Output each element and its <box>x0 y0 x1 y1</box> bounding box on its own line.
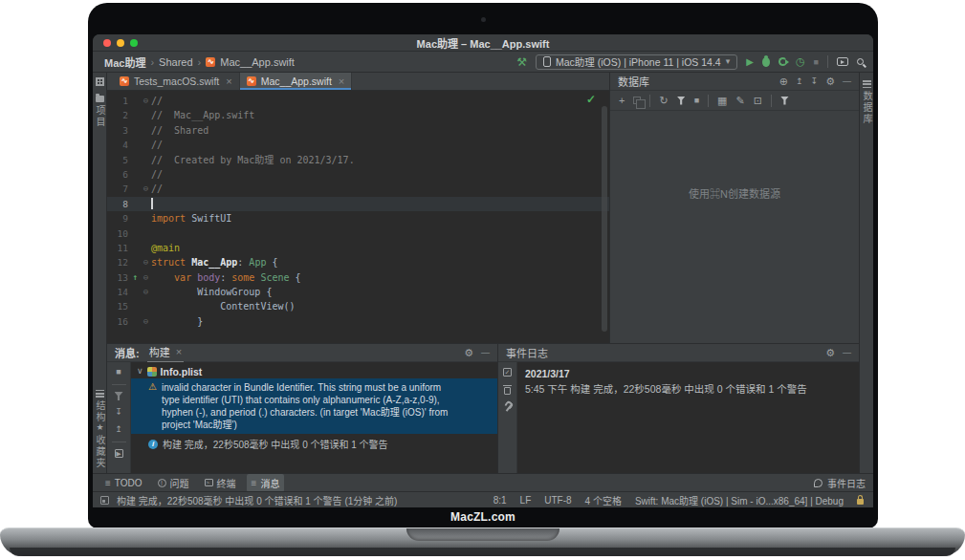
expand-all-icon[interactable]: ↧ <box>115 407 122 418</box>
code-line[interactable]: 10 <box>107 226 609 241</box>
sync-filter-icon[interactable] <box>677 97 686 105</box>
code-line[interactable]: 14⊖ WindowGroup { <box>107 285 609 299</box>
toolwindow-toggle-icon[interactable] <box>100 496 109 505</box>
collapse-all-icon[interactable]: ↥ <box>796 76 803 87</box>
sidebar-item-favorites[interactable]: ★ 收藏夹 <box>93 423 107 469</box>
search-icon[interactable] <box>857 58 864 65</box>
rerun-stop-icon[interactable]: ■ <box>116 367 121 377</box>
fold-marker-icon[interactable]: ⊖ <box>141 182 151 196</box>
gear-icon[interactable]: ⚙ <box>825 76 835 87</box>
gear-icon[interactable]: ⚙ <box>464 348 473 358</box>
close-window-button[interactable] <box>103 39 111 47</box>
close-icon[interactable]: × <box>176 346 182 357</box>
indent-setting[interactable]: 4 个空格 <box>585 493 622 507</box>
build-tab[interactable]: 构建 × <box>147 343 184 363</box>
breadcrumb-file[interactable]: Mac__App.swift <box>220 56 295 68</box>
hide-panel-icon[interactable]: — <box>481 348 490 358</box>
expand-all-icon[interactable]: ↧ <box>811 76 819 87</box>
tree-node-info-plist[interactable]: ∨ Info.plist <box>131 364 497 378</box>
fold-marker-icon[interactable] <box>141 226 151 241</box>
status-message[interactable]: 构建 完成，22秒508毫秒 中出现 0 个错误和 1 个警告 (1分钟 之前) <box>117 493 397 507</box>
sidebar-item-project[interactable]: 项目 <box>93 94 107 128</box>
edit-icon[interactable]: ✎ <box>736 96 745 106</box>
file-encoding[interactable]: UTF-8 <box>544 495 571 506</box>
toolwindow-terminal[interactable]: > 终端 <box>200 474 241 492</box>
device-window-icon[interactable] <box>837 57 848 66</box>
export-icon[interactable]: ▶ <box>115 449 123 458</box>
breadcrumb-group[interactable]: Shared <box>159 56 192 68</box>
fold-marker-icon[interactable]: ⊖ <box>141 255 151 269</box>
add-data-source-button[interactable]: + <box>619 96 625 106</box>
zoom-window-button[interactable] <box>130 39 138 47</box>
fold-marker-icon[interactable] <box>141 299 151 313</box>
debug-button[interactable] <box>762 57 770 67</box>
minimize-window-button[interactable] <box>117 39 124 47</box>
run-with-coverage-button[interactable] <box>779 57 787 66</box>
code-line[interactable]: 2// Mac__App.swift <box>107 108 609 122</box>
breadcrumb-project[interactable]: Mac助理 <box>104 54 145 70</box>
build-finished-row[interactable]: i 构建 完成，22秒508毫秒 中出现 0 个错误和 1 个警告 <box>131 434 497 451</box>
code-line[interactable]: 8 <box>107 197 609 211</box>
code-line[interactable]: 11@main <box>107 241 609 255</box>
code-line[interactable]: 15 ContentView() <box>107 299 609 313</box>
table-icon[interactable]: ▦ <box>717 96 727 106</box>
stop-button[interactable]: ■ <box>814 57 819 67</box>
warning-row-selected[interactable]: ⚠ invalid character in Bundle Identifier… <box>131 378 497 434</box>
sidebar-item-database[interactable]: 数据库 <box>860 80 873 125</box>
code-editor[interactable]: 1⊖//2// Mac__App.swift3// Shared4//5// C… <box>107 91 609 343</box>
profile-button[interactable]: ◷ <box>796 56 805 67</box>
inspection-ok-check-icon[interactable]: ✓ <box>586 93 596 106</box>
run-button[interactable]: ▶ <box>746 57 754 67</box>
code-line[interactable]: 13↑⊖ var body: some Scene { <box>107 270 609 285</box>
fold-marker-icon[interactable] <box>141 138 151 152</box>
web-icon[interactable]: ⊕ <box>779 76 788 87</box>
close-icon[interactable]: × <box>226 75 231 87</box>
line-separator[interactable]: LF <box>520 495 532 506</box>
duplicate-icon[interactable] <box>633 97 641 104</box>
code-line[interactable]: 5// Created by Mac助理 on 2021/3/17. <box>107 153 609 167</box>
filter-warnings-icon[interactable] <box>115 392 123 400</box>
editor-tabs-grid-icon[interactable] <box>96 77 104 86</box>
fold-marker-icon[interactable] <box>141 167 151 182</box>
fold-marker-icon[interactable] <box>141 123 151 138</box>
filter-icon[interactable] <box>780 97 789 105</box>
caret-position[interactable]: 8:1 <box>493 495 507 506</box>
run-marker-icon[interactable]: ↑ <box>130 270 141 285</box>
fold-marker-icon[interactable]: ⊖ <box>141 314 151 329</box>
fold-marker-icon[interactable] <box>141 241 151 255</box>
code-line[interactable]: 6// <box>107 167 609 182</box>
fold-marker-icon[interactable] <box>141 211 151 226</box>
tab-tests-macos-swift[interactable]: ∿ Tests_macOS.swift × <box>113 73 240 90</box>
fold-marker-icon[interactable]: ⊖ <box>141 285 151 299</box>
code-line[interactable]: 1⊖// <box>107 94 609 108</box>
code-line[interactable]: 7⊖// <box>107 182 609 196</box>
toolwindow-problems[interactable]: ! 问题 <box>153 474 194 492</box>
hide-panel-icon[interactable]: — <box>843 348 851 358</box>
event-log-content[interactable]: 2021/3/17 5:45 下午 构建 完成，22秒508毫秒 中出现 0 个… <box>517 362 859 473</box>
code-line[interactable]: 9import SwiftUI <box>107 211 609 226</box>
mark-all-read-icon[interactable]: ✓ <box>503 368 512 377</box>
code-line[interactable]: 12⊖struct Mac__App: App { <box>107 255 609 269</box>
code-line[interactable]: 3// Shared <box>107 123 609 138</box>
sdk-info[interactable]: Swift: Mac助理 (iOS) | Sim - iO...x86_64] … <box>635 493 844 507</box>
fold-marker-icon[interactable] <box>141 197 151 211</box>
toolwindow-event-log[interactable]: 事件日志 <box>814 476 866 490</box>
gear-icon[interactable]: ⚙ <box>825 348 835 358</box>
build-hammer-icon[interactable]: ⚒ <box>516 56 527 68</box>
close-icon[interactable]: × <box>339 75 344 87</box>
lock-icon[interactable] <box>857 499 864 505</box>
fold-marker-icon[interactable]: ⊖ <box>141 94 151 108</box>
run-configuration-select[interactable]: Mac助理 (iOS) | iPhone 11 | iOS 14.4 ▾ <box>536 54 737 70</box>
console-icon[interactable]: ⊡ <box>754 96 762 106</box>
refresh-icon[interactable]: ↻ <box>659 96 668 106</box>
fold-marker-icon[interactable] <box>141 108 151 122</box>
editor-scrollbar[interactable] <box>602 106 607 332</box>
toolwindow-todo[interactable]: ≡ TODO <box>100 476 147 490</box>
stop-icon[interactable]: ■ <box>694 96 699 106</box>
hide-panel-icon[interactable]: — <box>843 76 851 87</box>
fold-marker-icon[interactable]: ⊖ <box>141 270 151 285</box>
code-line[interactable]: 4// <box>107 138 609 152</box>
wrench-settings-icon[interactable] <box>503 402 513 413</box>
collapse-all-icon[interactable]: ↥ <box>115 424 122 435</box>
code-line[interactable]: 16⊖ } <box>107 314 609 329</box>
